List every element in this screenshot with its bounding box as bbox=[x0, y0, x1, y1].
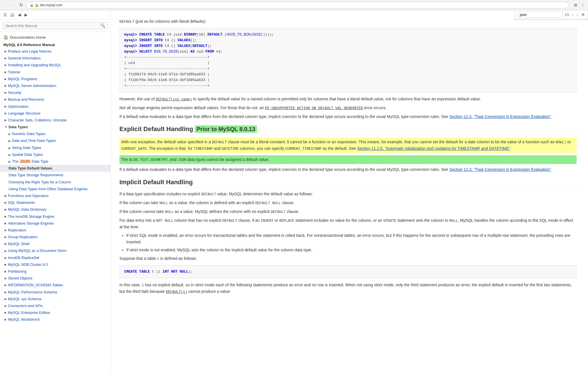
sidebar-search-box[interactable]: 🔍 bbox=[3, 22, 108, 29]
sidebar-item-installing[interactable]: ▶ Installing and Upgrading MySQL bbox=[0, 62, 111, 69]
sidebar-subitem-using-other-db[interactable]: Using Data Types from Other Database Eng… bbox=[0, 186, 111, 192]
sidebar-subitem-default-values[interactable]: Data Type Default Values bbox=[0, 165, 111, 172]
sidebar-item-innodb-replica[interactable]: ▶ InnoDB ReplicaSet bbox=[0, 254, 111, 261]
find-count: 1/5 bbox=[564, 13, 569, 17]
list-item-1: If strict SQL mode is enabled, an error … bbox=[126, 232, 577, 245]
arrow-icon: ▶ bbox=[5, 242, 7, 246]
sidebar-item-data-types[interactable]: ▼ Data Types bbox=[0, 124, 111, 130]
para-explicit-2: The BLOB, TEXT, GEOMETRY, and JSON data … bbox=[119, 155, 577, 164]
sidebar-item-tutorial[interactable]: ▶ Tutorial bbox=[0, 69, 111, 76]
sidebar-item-sys-schema[interactable]: ▶ MySQL sys Schema bbox=[0, 296, 111, 302]
sidebar-subitem-json-type[interactable]: ▶The JSON Data Type bbox=[0, 158, 111, 165]
browser-navigation: ← → ↻ bbox=[2, 2, 24, 8]
sidebar-prev-button[interactable]: ◀ bbox=[17, 12, 22, 18]
refresh-button[interactable]: ↻ bbox=[18, 2, 24, 8]
arrow-icon: ▶ bbox=[5, 70, 7, 74]
sidebar-item-label: MySQL Workbench bbox=[8, 317, 40, 322]
sidebar-item-label: Language Structure bbox=[8, 111, 40, 116]
sidebar-subitem-choosing-right[interactable]: Choosing the Right Type for a Column bbox=[0, 179, 111, 186]
arrow-icon: ▶ bbox=[5, 77, 7, 81]
arrow-icon: ▶ bbox=[5, 84, 7, 88]
sidebar-item-optimization[interactable]: ▶ Optimization bbox=[0, 103, 111, 110]
sidebar-item-preface[interactable]: ▶ Preface and Legal Notices bbox=[0, 48, 111, 55]
sidebar-subitem-spatial[interactable]: ▶Spatial Data Types bbox=[0, 151, 111, 158]
address-icon: 🔒 bbox=[30, 3, 34, 7]
sidebar-item-label: MySQL Enterprise Edition bbox=[8, 310, 50, 315]
extensions-icon[interactable]: ⚙ bbox=[573, 2, 578, 8]
sidebar-item-connectors[interactable]: ▶ Connectors and APIs bbox=[0, 302, 111, 309]
sidebar-item-label: MySQL Shell bbox=[8, 241, 29, 246]
arrow-icon: ▶ bbox=[9, 153, 11, 156]
find-input[interactable] bbox=[517, 12, 563, 18]
sidebar-subitem-datetime[interactable]: ▶Date and Time Data Types bbox=[0, 137, 111, 144]
sidebar-item-label: Character Sets, Collations, Unicode bbox=[8, 118, 67, 123]
sidebar-item-perf-schema[interactable]: ▶ MySQL Performance Schema bbox=[0, 289, 111, 296]
sidebar-home-item[interactable]: 🏠 Documentation Home bbox=[0, 34, 111, 41]
menu-icon[interactable]: ⋮ bbox=[580, 2, 586, 8]
sidebar-subitem-numeric[interactable]: ▶Numeric Data Types bbox=[0, 130, 111, 137]
sidebar-item-server-admin[interactable]: ▶ MySQL Server Administration bbox=[0, 82, 111, 89]
arrow-icon-expanded: ▼ bbox=[5, 125, 7, 129]
sidebar-home-label: Documentation Home bbox=[10, 35, 46, 40]
sidebar-item-innodb[interactable]: ▶ The InnoDB Storage Engine bbox=[0, 213, 111, 220]
implicit-list: If strict SQL mode is enabled, an error … bbox=[126, 232, 577, 253]
arrow-icon: ▶ bbox=[5, 318, 7, 322]
sidebar-subitem-storage-req[interactable]: Data Type Storage Requirements bbox=[0, 172, 111, 179]
sidebar-item-replication[interactable]: ▶ Replication bbox=[0, 227, 111, 234]
sidebar-item-document-store[interactable]: ▶ Using MySQL as a Document Store bbox=[0, 247, 111, 254]
sidebar-item-label: Preface and Legal Notices bbox=[8, 49, 51, 54]
sidebar-item-ndb-cluster[interactable]: ▶ MySQL NDB Cluster 8.0 bbox=[0, 261, 111, 268]
find-bar: 1/5 ↑ ↓ ✕ bbox=[515, 10, 588, 19]
sidebar-nav: 🏠 Documentation Home MySQL 8.0 Reference… bbox=[0, 32, 111, 373]
sidebar-item-charsets[interactable]: ▶ Character Sets, Collations, Unicode bbox=[0, 117, 111, 124]
sidebar-item-label: General Information bbox=[8, 56, 41, 61]
sidebar-subitem-string[interactable]: ▶String Data Types bbox=[0, 144, 111, 151]
sidebar-item-enterprise[interactable]: ▶ MySQL Enterprise Edition bbox=[0, 309, 111, 316]
sidebar-item-mysql-shell[interactable]: ▶ MySQL Shell bbox=[0, 241, 111, 247]
sidebar-item-label: Functions and Operators bbox=[8, 193, 49, 198]
sidebar-item-info-schema[interactable]: ▶ INFORMATION_SCHEMA Tables bbox=[0, 282, 111, 289]
sidebar-item-label: Alternative Storage Engines bbox=[8, 221, 54, 226]
sidebar-item-workbench[interactable]: ▶ MySQL Workbench bbox=[0, 316, 111, 323]
arrow-icon: ▶ bbox=[5, 263, 7, 267]
sidebar-item-stored-objects[interactable]: ▶ Stored Objects bbox=[0, 275, 111, 282]
address-bar[interactable]: 🔒 🔒 dev.mysql.com bbox=[26, 2, 569, 9]
sidebar-item-programs[interactable]: ▶ MySQL Programs bbox=[0, 76, 111, 82]
sidebar-toc-button[interactable]: 🕮 bbox=[9, 12, 16, 18]
sidebar-search-input[interactable] bbox=[5, 24, 99, 28]
sidebar-item-backup[interactable]: ▶ Backup and Recovery bbox=[0, 96, 111, 103]
sidebar-toolbar: ☰ 🕮 ◀ ▶ bbox=[0, 10, 111, 20]
sidebar-item-group-replication[interactable]: ▶ Group Replication bbox=[0, 234, 111, 241]
sidebar-item-sql[interactable]: ▶ SQL Statements bbox=[0, 199, 111, 206]
find-prev-button[interactable]: ↑ bbox=[571, 12, 574, 18]
explicit-heading: Explicit Default Handling Prior to MySQL… bbox=[119, 125, 577, 135]
sidebar-item-alt-engines[interactable]: ▶ Alternative Storage Engines bbox=[0, 220, 111, 227]
sidebar-search-button[interactable]: 🔍 bbox=[100, 23, 105, 28]
sidebar-item-security[interactable]: ▶ Security bbox=[0, 89, 111, 96]
sidebar-collapse-button[interactable]: ☰ bbox=[2, 12, 8, 18]
para-implicit-2: If the column can take NULL as a value, … bbox=[119, 200, 577, 206]
sidebar-item-label: Connectors and APIs bbox=[8, 303, 43, 308]
sidebar-item-partitioning[interactable]: ▶ Partitioning bbox=[0, 268, 111, 275]
arrow-icon: ▶ bbox=[5, 215, 7, 219]
sidebar-item-label: MySQL Data Dictionary bbox=[8, 207, 46, 212]
arrow-icon: ▶ bbox=[5, 256, 7, 260]
find-next-button[interactable]: ↓ bbox=[576, 12, 579, 18]
sidebar-item-label: SQL Statements bbox=[8, 200, 35, 205]
sidebar-item-language[interactable]: ▶ Language Structure bbox=[0, 110, 111, 117]
arrow-icon: ▶ bbox=[5, 208, 7, 212]
sidebar-item-label: InnoDB ReplicaSet bbox=[8, 255, 39, 260]
arrow-icon: ▶ bbox=[5, 56, 7, 60]
sidebar-item-label: Replication bbox=[8, 228, 26, 233]
sidebar-item-label: INFORMATION_SCHEMA Tables bbox=[8, 283, 63, 288]
sidebar-item-functions[interactable]: ▶ Functions and Operators bbox=[0, 192, 111, 199]
find-close-button[interactable]: ✕ bbox=[581, 11, 585, 18]
sidebar-search-section: 🔍 bbox=[0, 20, 111, 32]
back-button[interactable]: ← bbox=[2, 2, 9, 8]
arrow-icon: ▶ bbox=[5, 304, 7, 308]
sidebar-next-button[interactable]: ▶ bbox=[23, 12, 29, 18]
forward-button[interactable]: → bbox=[10, 2, 17, 8]
arrow-icon: ▶ bbox=[5, 297, 7, 301]
sidebar-item-general[interactable]: ▶ General Information bbox=[0, 55, 111, 62]
sidebar-item-data-dict[interactable]: ▶ MySQL Data Dictionary bbox=[0, 206, 111, 213]
